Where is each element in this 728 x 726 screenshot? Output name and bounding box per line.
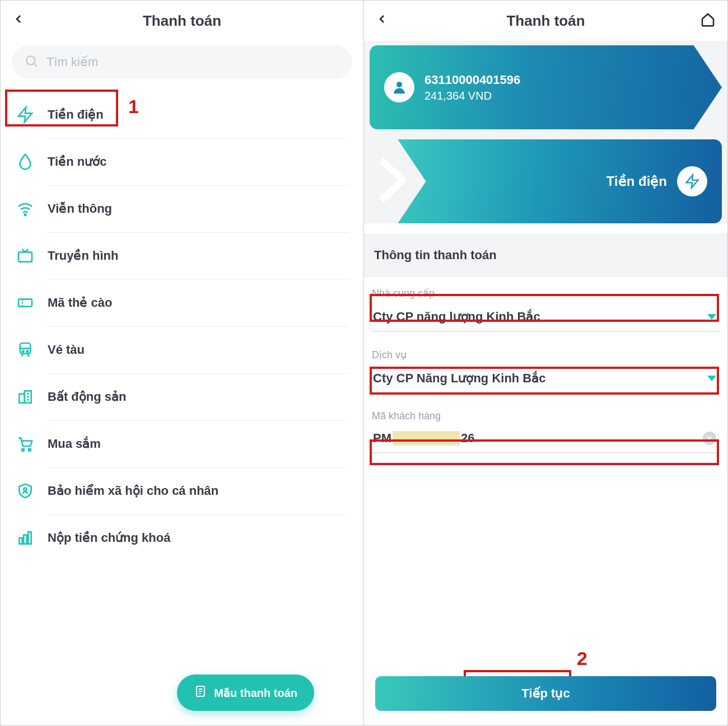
- svg-rect-4: [18, 252, 32, 261]
- menu-label: Vé tàu: [48, 343, 85, 357]
- account-card[interactable]: 63110000401596 241,364 VND: [370, 45, 722, 129]
- chevron-right-icon: [373, 155, 418, 208]
- cart-icon: [15, 434, 35, 454]
- customer-code-value: PM 26: [373, 431, 703, 446]
- section-title: Thông tin thanh toán: [364, 233, 727, 277]
- svg-point-18: [22, 449, 24, 451]
- cards-area: 63110000401596 241,364 VND Tiền điện: [364, 41, 727, 223]
- ticket-icon: [15, 293, 35, 313]
- customer-code-group: Mã khách hàng PM 26: [372, 410, 720, 453]
- menu-item-shopping[interactable]: Mua sắm: [5, 420, 359, 467]
- train-icon: [15, 340, 35, 360]
- menu-item-topup[interactable]: Mã thẻ cào: [5, 279, 359, 326]
- left-header: Thanh toán: [1, 1, 363, 41]
- service-label: Dịch vụ: [372, 349, 720, 361]
- svg-marker-29: [687, 175, 698, 188]
- caret-down-icon: [707, 376, 716, 381]
- redacted-block: [393, 431, 460, 446]
- clear-button[interactable]: [703, 432, 716, 445]
- menu-label: Tiền điện: [48, 107, 104, 122]
- card-bg: [370, 139, 722, 223]
- right-header: Thanh toán: [364, 1, 727, 41]
- svg-point-19: [29, 449, 31, 451]
- menu-item-insurance[interactable]: Bảo hiểm xã hội cho cá nhân: [5, 467, 359, 514]
- home-button[interactable]: [699, 11, 716, 30]
- avatar: [384, 72, 414, 102]
- account-number: 63110000401596: [424, 73, 520, 87]
- tv-icon: [15, 246, 35, 266]
- search-input[interactable]: [46, 55, 340, 69]
- svg-point-0: [26, 56, 35, 64]
- svg-point-28: [396, 82, 402, 87]
- payment-menu: Tiền điện Tiền nước Viễn thông Truyền hì…: [1, 91, 363, 561]
- continue-label: Tiếp tục: [521, 686, 570, 701]
- svg-rect-13: [19, 394, 24, 403]
- menu-label: Nộp tiền chứng khoá: [48, 531, 170, 545]
- menu-item-electricity[interactable]: Tiền điện: [5, 91, 359, 138]
- svg-point-3: [25, 214, 26, 216]
- provider-value: Cty CP năng lượng Kinh Bắc: [373, 310, 540, 324]
- provider-group: Nhà cung cấp Cty CP năng lượng Kinh Bắc: [372, 287, 720, 332]
- caret-down-icon: [707, 314, 716, 320]
- payment-form: Nhà cung cấp Cty CP năng lượng Kinh Bắc …: [364, 277, 727, 480]
- back-button[interactable]: [12, 12, 27, 30]
- service-dropdown[interactable]: Cty CP Năng Lượng Kinh Bắc: [372, 366, 720, 394]
- menu-label: Tiền nước: [48, 154, 106, 169]
- service-card-label: Tiền điện: [606, 174, 667, 189]
- bolt-icon: [15, 105, 35, 125]
- fab-label: Mẫu thanh toán: [214, 686, 297, 700]
- code-suffix: 26: [461, 431, 474, 446]
- svg-point-10: [27, 350, 29, 352]
- provider-label: Nhà cung cấp: [372, 287, 720, 299]
- user-icon: [391, 79, 408, 96]
- service-group: Dịch vụ Cty CP Năng Lượng Kinh Bắc: [372, 349, 720, 394]
- service-value: Cty CP Năng Lượng Kinh Bắc: [373, 371, 546, 386]
- chart-icon: [15, 528, 35, 548]
- menu-label: Mua sắm: [48, 437, 101, 451]
- payment-template-fab[interactable]: Mẫu thanh toán: [177, 675, 314, 711]
- svg-rect-5: [18, 299, 32, 306]
- menu-item-train[interactable]: Vé tàu: [5, 326, 359, 373]
- customer-code-input[interactable]: PM 26: [372, 427, 720, 453]
- customer-code-label: Mã khách hàng: [372, 410, 720, 422]
- menu-label: Bất động sản: [48, 390, 126, 404]
- account-balance: 241,364 VND: [424, 90, 520, 102]
- wifi-icon: [15, 199, 35, 219]
- code-prefix: PM: [373, 431, 391, 446]
- close-icon: [706, 435, 713, 442]
- card-bg: [370, 45, 722, 129]
- chevron-left-icon: [12, 12, 25, 26]
- right-pane: Thanh toán 63110000401596 241,364 VND Ti…: [364, 1, 727, 725]
- menu-label: Truyền hình: [48, 249, 118, 263]
- page-title: Thanh toán: [506, 12, 585, 30]
- menu-label: Viễn thông: [48, 202, 112, 216]
- template-icon: [194, 685, 207, 701]
- menu-item-telecom[interactable]: Viễn thông: [5, 185, 359, 232]
- chevron-left-icon: [375, 12, 389, 26]
- page-title: Thanh toán: [143, 12, 221, 30]
- svg-rect-22: [24, 535, 26, 544]
- svg-marker-2: [18, 107, 32, 123]
- back-button[interactable]: [375, 12, 391, 30]
- bolt-icon: [677, 166, 707, 196]
- annotation-number-2: 2: [577, 648, 587, 669]
- menu-item-realestate[interactable]: Bất động sản: [5, 373, 359, 420]
- home-icon: [699, 11, 716, 28]
- continue-button[interactable]: Tiếp tục: [375, 676, 716, 711]
- search-bar[interactable]: [12, 45, 352, 79]
- left-pane: Thanh toán Tiền điện Tiền nước Viễn thôn…: [1, 1, 364, 725]
- search-icon: [24, 54, 39, 71]
- svg-line-1: [34, 64, 37, 67]
- menu-label: Mã thẻ cào: [48, 296, 112, 310]
- menu-item-securities[interactable]: Nộp tiền chứng khoá: [5, 514, 359, 561]
- account-text: 63110000401596 241,364 VND: [424, 73, 520, 102]
- menu-item-tv[interactable]: Truyền hình: [5, 232, 359, 279]
- menu-item-water[interactable]: Tiền nước: [5, 138, 359, 185]
- provider-dropdown[interactable]: Cty CP năng lượng Kinh Bắc: [372, 304, 720, 332]
- menu-label: Bảo hiểm xã hội cho cá nhân: [48, 484, 218, 498]
- shield-icon: [15, 481, 35, 501]
- svg-point-20: [24, 488, 26, 491]
- svg-point-9: [22, 350, 24, 352]
- service-card[interactable]: Tiền điện: [370, 139, 722, 223]
- svg-rect-23: [28, 532, 31, 544]
